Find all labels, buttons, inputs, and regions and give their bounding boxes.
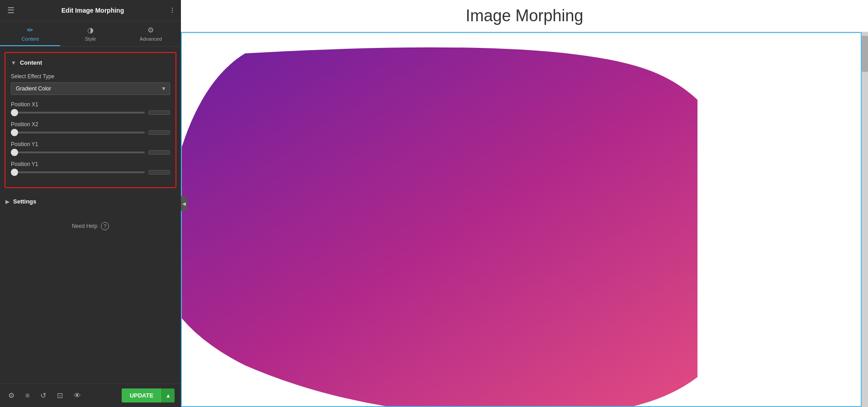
- panel-collapse-handle[interactable]: ◀: [181, 196, 187, 211]
- toolbar-left-icons: ⚙ ≡ ↺ ⊡ 👁: [6, 389, 83, 402]
- grid-icon[interactable]: ⁝: [171, 5, 174, 15]
- update-btn-wrapper: UPDATE ▲: [122, 388, 175, 402]
- left-panel: ☰ Edit Image Morphing ⁝ ✏ Content ◑ Styl…: [0, 0, 181, 407]
- content-tab-label: Content: [21, 36, 39, 42]
- effect-type-select-wrapper: Gradient Color Image Color Video ▼: [11, 82, 170, 95]
- position-y1b-slider-row: [11, 170, 170, 175]
- position-x2-label: Position X2: [11, 121, 170, 128]
- effect-type-select[interactable]: Gradient Color Image Color Video: [11, 82, 170, 95]
- effect-type-label: Select Effect Type: [11, 73, 170, 80]
- settings-collapse-arrow: ▶: [5, 199, 9, 205]
- panel-title: Edit Image Morphing: [62, 7, 124, 14]
- position-x2-slider[interactable]: [11, 132, 145, 133]
- position-y1b-field: Position Y1: [11, 161, 170, 175]
- panel-header: ☰ Edit Image Morphing ⁝: [0, 0, 181, 21]
- canvas-area: [181, 32, 868, 407]
- settings-header[interactable]: ▶ Settings: [5, 194, 176, 209]
- position-x2-slider-row: [11, 130, 170, 135]
- content-section: ▼ Content Select Effect Type Gradient Co…: [5, 52, 176, 188]
- help-icon-symbol: ?: [104, 223, 106, 229]
- advanced-tab-icon: ⚙: [147, 26, 154, 34]
- position-x1-field: Position X1: [11, 101, 170, 115]
- morph-shape-svg: [181, 32, 697, 407]
- help-icon: ?: [101, 222, 109, 230]
- advanced-tab-label: Advanced: [140, 36, 162, 42]
- position-x1-slider-row: [11, 110, 170, 115]
- content-tab-icon: ✏: [27, 26, 33, 34]
- canvas-scrollbar[interactable]: [862, 32, 868, 407]
- effect-type-field: Select Effect Type Gradient Color Image …: [11, 73, 170, 95]
- style-tab-label: Style: [85, 36, 96, 42]
- position-x1-slider[interactable]: [11, 112, 145, 114]
- position-y1b-slider[interactable]: [11, 171, 145, 173]
- panel-content: ▼ Content Select Effect Type Gradient Co…: [0, 47, 181, 383]
- tab-content[interactable]: ✏ Content: [0, 21, 60, 46]
- canvas-title: Image Morphing: [465, 6, 583, 25]
- bottom-toolbar: ⚙ ≡ ↺ ⊡ 👁 UPDATE ▲: [0, 383, 181, 407]
- settings-toolbar-icon[interactable]: ⚙: [6, 389, 16, 402]
- history-toolbar-icon[interactable]: ↺: [38, 389, 48, 402]
- section-collapse-arrow: ▼: [11, 60, 16, 66]
- position-x2-value: [148, 130, 170, 135]
- position-y1a-label: Position Y1: [11, 141, 170, 147]
- tabs-row: ✏ Content ◑ Style ⚙ Advanced: [0, 21, 181, 47]
- position-x1-value: [148, 110, 170, 115]
- position-y1b-label: Position Y1: [11, 161, 170, 167]
- position-y1a-slider[interactable]: [11, 151, 145, 153]
- need-help-label: Need Help: [72, 223, 98, 229]
- position-y1a-slider-row: [11, 150, 170, 155]
- scrollbar-thumb: [862, 36, 868, 72]
- position-y1b-value: [148, 170, 170, 175]
- position-y1a-field: Position Y1: [11, 141, 170, 155]
- position-x2-field: Position X2: [11, 121, 170, 135]
- position-y1a-value: [148, 150, 170, 155]
- settings-section: ▶ Settings: [5, 194, 176, 209]
- right-canvas: Image Morphing: [181, 0, 868, 407]
- tab-style[interactable]: ◑ Style: [60, 21, 120, 46]
- need-help[interactable]: Need Help ?: [0, 215, 181, 237]
- section-header[interactable]: ▼ Content: [11, 59, 170, 66]
- layers-toolbar-icon[interactable]: ≡: [24, 390, 31, 402]
- hamburger-icon[interactable]: ☰: [7, 5, 14, 15]
- section-title: Content: [20, 59, 42, 66]
- position-x1-label: Position X1: [11, 101, 170, 108]
- update-button[interactable]: UPDATE: [122, 388, 161, 402]
- style-tab-icon: ◑: [87, 26, 94, 34]
- canvas-frame: [181, 32, 862, 407]
- responsive-toolbar-icon[interactable]: ⊡: [55, 389, 65, 402]
- canvas-top-bar: Image Morphing: [181, 0, 868, 32]
- update-dropdown-button[interactable]: ▲: [161, 388, 175, 402]
- settings-title: Settings: [13, 198, 36, 205]
- tab-advanced[interactable]: ⚙ Advanced: [121, 21, 181, 46]
- preview-toolbar-icon[interactable]: 👁: [72, 390, 83, 402]
